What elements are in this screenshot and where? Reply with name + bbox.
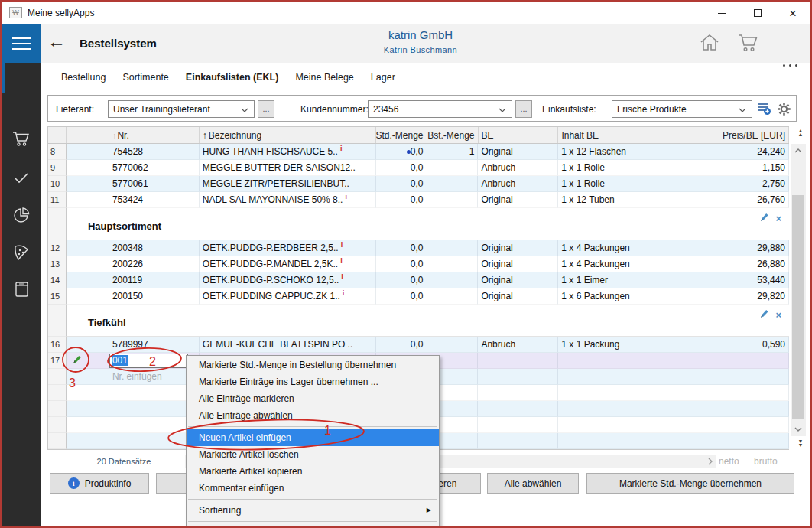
- cell-std-menge[interactable]: 0,0: [376, 160, 427, 176]
- cell-bst-menge[interactable]: [427, 176, 479, 192]
- menu-item-markierte-artikel-löschen[interactable]: Markierte Artikel löschen: [187, 446, 439, 463]
- more-options-icon[interactable]: [783, 64, 797, 67]
- nr-input[interactable]: 001: [109, 354, 188, 368]
- scroll-bottom-icon[interactable]: ▼▼: [795, 439, 806, 447]
- company-block: katrin GmbH Katrin Buschmann: [323, 28, 518, 54]
- column-header-Nr.[interactable]: ↑Nr.: [109, 127, 200, 143]
- table-row[interactable]: 105770061MEGGLE ZITR/PETERSILIENBUT..0,0…: [48, 176, 789, 192]
- menu-item-kommentar-einfügen[interactable]: Kommentar einfügen: [187, 480, 439, 497]
- table-row[interactable]: 15200150OETK.PUDDING CAPPUC.ZK 1..i0,0Or…: [48, 288, 789, 305]
- tab-sortimente[interactable]: Sortimente: [122, 72, 168, 83]
- tab-bestellung[interactable]: Bestellung: [61, 72, 106, 83]
- cell-bst-menge[interactable]: 1: [427, 144, 479, 160]
- cell-nr: 200348: [109, 240, 200, 256]
- cart-icon[interactable]: [2, 130, 41, 152]
- minimize-button[interactable]: [709, 2, 735, 24]
- marker-cell: [67, 240, 109, 256]
- group-label: Tiefkühl: [88, 317, 126, 328]
- check-icon[interactable]: [2, 171, 41, 188]
- menu-item-alle-einträge-markieren[interactable]: Alle Einträge markieren: [187, 390, 439, 407]
- cell-inhalt-be: [558, 353, 693, 369]
- scrollbar-thumb[interactable]: [792, 195, 804, 419]
- table-row[interactable]: 14200119OETK.PUDDG-P.SCHOKO 12,5..i0,0Or…: [48, 272, 789, 288]
- column-header-Inhalt BE[interactable]: Inhalt BE: [558, 127, 693, 143]
- tab-lager[interactable]: Lager: [371, 72, 395, 83]
- table-row[interactable]: 11753424NADL SAL MAYONNAISE 50% 8..i0,0O…: [48, 192, 789, 208]
- group-delete-icon[interactable]: ×: [775, 310, 781, 320]
- cell-bst-menge[interactable]: [427, 192, 479, 208]
- scroll-up-icon[interactable]: [791, 144, 806, 158]
- netto-toggle[interactable]: netto: [719, 456, 739, 467]
- cell-std-menge[interactable]: 0,0: [376, 288, 427, 305]
- table-row[interactable]: 95770062MEGGLE BUTTER DER SAISON12..0,0A…: [48, 160, 789, 176]
- kundennummer-combobox[interactable]: 23456: [368, 100, 512, 118]
- cell-bezeichnung: MEGGLE ZITR/PETERSILIENBUT..: [200, 176, 376, 192]
- cell-std-menge[interactable]: 0,0: [376, 144, 427, 160]
- menu-item-neuen-artikel-einfügen[interactable]: Neuen Artikel einfügen: [187, 429, 439, 446]
- table-row[interactable]: 13200226OETK.PUDDG-P.MANDEL 2,5K..i0,0Or…: [48, 256, 789, 272]
- close-button[interactable]: ×: [780, 2, 806, 24]
- cell-preis: 26,760: [693, 192, 789, 208]
- cell-std-menge[interactable]: 0,0: [376, 192, 427, 208]
- row-number-cell: [48, 369, 67, 385]
- einkaufsliste-combobox[interactable]: Frische Produkte: [612, 100, 752, 118]
- menu-item-neue-einkaufsliste-anlegen[interactable]: Neue Einkaufsliste anlegen: [187, 524, 439, 528]
- menu-item-alle-einträge-abwählen[interactable]: Alle Einträge abwählen: [187, 407, 439, 424]
- column-header-blank[interactable]: [67, 127, 109, 143]
- cell-bst-menge[interactable]: [427, 240, 479, 256]
- scroll-down-icon[interactable]: [791, 422, 806, 436]
- cell-std-menge[interactable]: 0,0: [376, 337, 427, 353]
- cell-bst-menge[interactable]: [427, 256, 479, 272]
- settings-gear-icon[interactable]: [777, 102, 791, 119]
- home-icon[interactable]: [699, 33, 720, 56]
- menu-item-markierte-std-menge-in-bestellung-übernehmen[interactable]: Markierte Std.-Menge in Bestellung übern…: [187, 357, 439, 373]
- produktinfo-button[interactable]: i Produktinfo: [50, 473, 149, 494]
- uebernehmen-button[interactable]: Markierte Std.-Menge übernehmen: [586, 473, 794, 494]
- cell-std-menge[interactable]: 0,0: [376, 272, 427, 288]
- cell-std-menge[interactable]: 0,0: [376, 176, 427, 192]
- cell-std-menge[interactable]: 0,0: [376, 240, 427, 256]
- menu-item-markierte-einträge-ins-lager-übernehmen-[interactable]: Markierte Einträge ins Lager übernehmen …: [187, 373, 439, 390]
- table-row[interactable]: 12200348OETK.PUDDG-P.ERDBEER 2,5..i0,0Or…: [48, 240, 789, 256]
- book-icon[interactable]: [2, 280, 41, 301]
- marker-cell: [67, 160, 109, 176]
- column-header-BE[interactable]: BE: [479, 127, 559, 143]
- column-header-Preis/BE [EUR][interactable]: Preis/BE [EUR]: [693, 127, 789, 143]
- table-row[interactable]: 8754528HUNG THANH FISCHSAUCE 5..i0,01Ori…: [48, 144, 789, 160]
- cell-bst-menge[interactable]: [427, 160, 479, 176]
- menu-item-sortierung[interactable]: Sortierung▶: [187, 502, 439, 519]
- record-count: 20 Datensätze: [78, 457, 170, 466]
- cell-bst-menge[interactable]: [427, 288, 479, 305]
- column-header-Bezeichnung[interactable]: ↑Bezeichnung: [200, 127, 376, 143]
- column-header-Bst.-Menge[interactable]: Bst.-Menge: [427, 127, 479, 143]
- kundennummer-more-button[interactable]: ...: [515, 100, 532, 118]
- lieferant-combobox[interactable]: Unser Trainingslieferant: [108, 100, 255, 118]
- pizza-icon[interactable]: [2, 243, 41, 265]
- scroll-top-icon[interactable]: ▲▲: [795, 129, 806, 136]
- row-number-cell: 14: [48, 272, 67, 288]
- vertical-scrollbar[interactable]: [791, 144, 806, 436]
- column-header-blank[interactable]: [48, 127, 67, 143]
- tab-meine-belege[interactable]: Meine Belege: [295, 72, 353, 83]
- pie-chart-icon[interactable]: [2, 207, 41, 228]
- group-edit-icon[interactable]: [759, 308, 769, 321]
- column-header-Std.-Menge[interactable]: Std.-Menge: [376, 127, 427, 143]
- menu-item-markierte-artikel-kopieren[interactable]: Markierte Artikel kopieren: [187, 463, 439, 480]
- add-list-icon[interactable]: [758, 102, 771, 119]
- back-arrow-icon[interactable]: ←: [47, 31, 66, 52]
- cell-preis: [693, 369, 789, 385]
- hamburger-menu-icon[interactable]: [2, 24, 41, 63]
- cell-nr: 753424: [109, 192, 200, 208]
- cell-bst-menge[interactable]: [427, 337, 479, 353]
- brutto-toggle[interactable]: brutto: [754, 456, 778, 467]
- cell-bst-menge[interactable]: [427, 272, 479, 288]
- table-row[interactable]: 165789997GEMUE-KUECHE BLATTSPIN PO ..0,0…: [48, 337, 789, 353]
- maximize-button[interactable]: [745, 2, 771, 24]
- tab-einkaufslisten-ekl-[interactable]: Einkaufslisten (EKL): [186, 72, 279, 83]
- group-delete-icon[interactable]: ×: [775, 213, 781, 223]
- cart-icon[interactable]: [737, 33, 760, 57]
- alle-abwaehlen-button[interactable]: Alle abwählen: [487, 473, 579, 494]
- group-edit-icon[interactable]: [759, 212, 769, 225]
- cell-std-menge[interactable]: 0,0: [376, 256, 427, 272]
- lieferant-more-button[interactable]: ...: [258, 100, 274, 118]
